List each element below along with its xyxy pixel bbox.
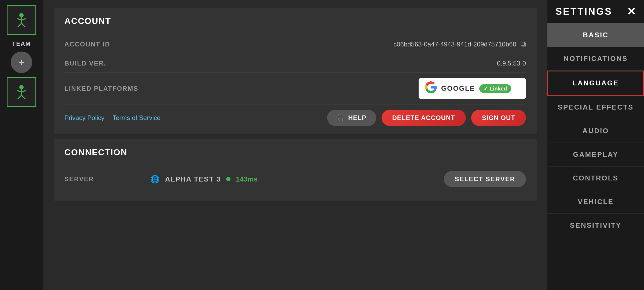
privacy-policy-link[interactable]: Privacy Policy <box>64 114 104 122</box>
nav-item-controls[interactable]: CONTROLS <box>547 166 644 190</box>
nav-item-vehicle[interactable]: VEHICLE <box>547 190 644 214</box>
player-icon-box[interactable] <box>7 77 36 107</box>
help-button[interactable]: 🎧 HELP <box>327 110 376 126</box>
ping-value: 143ms <box>236 175 258 183</box>
connection-section-title: CONNECTION <box>64 147 526 160</box>
nav-item-notifications[interactable]: NOTIFICATIONS <box>547 47 644 71</box>
globe-icon: 🌐 <box>150 175 160 184</box>
nav-item-special-effects[interactable]: SPECIAL EFFECTS <box>547 96 644 119</box>
nav-item-audio[interactable]: AUDIO <box>547 119 644 143</box>
google-platform-card[interactable]: GOOGLE ✓ Linked <box>419 78 526 99</box>
copy-icon[interactable]: ⧉ <box>521 40 526 49</box>
main-content: ACCOUNT ACCOUNT ID c06bd563-0a47-4943-94… <box>43 0 547 290</box>
action-buttons: 🎧 HELP DELETE ACCOUNT SIGN OUT <box>327 110 526 126</box>
svg-point-6 <box>19 85 24 89</box>
nav-item-language[interactable]: LANGUAGE <box>547 71 644 96</box>
account-section-title: ACCOUNT <box>64 16 526 29</box>
linked-platforms-value: GOOGLE ✓ Linked <box>150 78 526 99</box>
close-settings-button[interactable]: ✕ <box>627 5 636 18</box>
server-info: 🌐 ALPHA TEST 3 143ms <box>150 175 444 184</box>
team-icon-box[interactable] <box>7 5 36 35</box>
account-id-text: c06bd563-0a47-4943-941d-209d75710b60 <box>393 41 516 48</box>
account-section: ACCOUNT ACCOUNT ID c06bd563-0a47-4943-94… <box>54 8 537 134</box>
google-platform-name: GOOGLE <box>441 84 475 93</box>
svg-line-10 <box>18 95 21 99</box>
account-id-label: ACCOUNT ID <box>64 41 150 48</box>
linked-badge-text: ✓ Linked <box>484 85 507 92</box>
settings-title: SETTINGS <box>555 6 612 17</box>
build-ver-label: BUILD VER. <box>64 60 150 67</box>
player-figure-icon <box>13 84 30 100</box>
account-id-value: c06bd563-0a47-4943-941d-209d75710b60 ⧉ <box>150 40 526 49</box>
svg-line-5 <box>21 23 25 27</box>
settings-panel: SETTINGS ✕ BASIC NOTIFICATIONS LANGUAGE … <box>547 0 644 290</box>
nav-item-gameplay[interactable]: GAMEPLAY <box>547 143 644 166</box>
svg-line-4 <box>18 23 21 27</box>
linked-platforms-label: LINKED PLATFORMS <box>64 85 150 92</box>
team-label: TEAM <box>12 40 31 47</box>
server-label: SERVER <box>64 175 150 183</box>
ping-indicator <box>226 177 230 181</box>
linked-badge: ✓ Linked <box>479 84 511 93</box>
help-button-label: HELP <box>348 114 367 122</box>
svg-point-0 <box>19 13 24 17</box>
add-team-button[interactable]: + <box>11 52 32 73</box>
build-ver-value: 0.9.5.53-0 <box>150 60 526 67</box>
connection-section: CONNECTION SERVER 🌐 ALPHA TEST 3 143ms S… <box>54 139 537 201</box>
settings-header: SETTINGS ✕ <box>547 0 644 23</box>
nav-item-basic[interactable]: BASIC <box>547 23 644 47</box>
left-sidebar: TEAM + <box>0 0 43 290</box>
terms-of-service-link[interactable]: Terms of Service <box>112 114 160 122</box>
delete-account-button[interactable]: DELETE ACCOUNT <box>382 110 466 126</box>
select-server-button[interactable]: SELECT SERVER <box>444 171 526 187</box>
build-ver-text: 0.9.5.53-0 <box>497 60 526 67</box>
sign-out-button[interactable]: SIGN OUT <box>471 110 526 126</box>
server-row: SERVER 🌐 ALPHA TEST 3 143ms SELECT SERVE… <box>64 166 526 193</box>
account-id-row: ACCOUNT ID c06bd563-0a47-4943-941d-209d7… <box>64 34 526 54</box>
google-logo <box>425 81 437 96</box>
team-figure-icon <box>13 12 30 28</box>
headset-icon: 🎧 <box>337 114 345 122</box>
svg-line-11 <box>21 95 25 99</box>
nav-item-sensitivity[interactable]: SENSITIVITY <box>547 214 644 237</box>
linked-platforms-row: LINKED PLATFORMS GOOGLE ✓ Linked <box>64 73 526 104</box>
action-row: Privacy Policy Terms of Service 🎧 HELP D… <box>64 104 526 126</box>
build-ver-row: BUILD VER. 0.9.5.53-0 <box>64 54 526 73</box>
server-name: ALPHA TEST 3 <box>165 175 221 183</box>
